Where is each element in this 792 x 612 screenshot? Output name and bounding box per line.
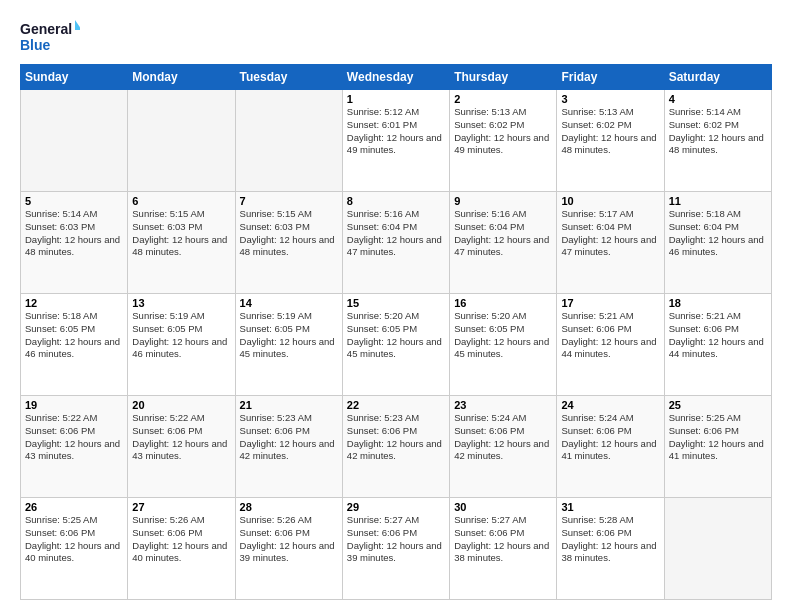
- day-number: 13: [132, 297, 230, 309]
- day-number: 6: [132, 195, 230, 207]
- day-info: Sunrise: 5:26 AMSunset: 6:06 PMDaylight:…: [132, 514, 230, 565]
- day-info: Sunrise: 5:27 AMSunset: 6:06 PMDaylight:…: [347, 514, 445, 565]
- calendar-cell: 23Sunrise: 5:24 AMSunset: 6:06 PMDayligh…: [450, 396, 557, 498]
- calendar-cell: 31Sunrise: 5:28 AMSunset: 6:06 PMDayligh…: [557, 498, 664, 600]
- calendar-cell: 8Sunrise: 5:16 AMSunset: 6:04 PMDaylight…: [342, 192, 449, 294]
- day-number: 4: [669, 93, 767, 105]
- day-number: 17: [561, 297, 659, 309]
- day-number: 26: [25, 501, 123, 513]
- calendar-cell: 18Sunrise: 5:21 AMSunset: 6:06 PMDayligh…: [664, 294, 771, 396]
- svg-text:Blue: Blue: [20, 37, 51, 53]
- logo: General Blue: [20, 18, 80, 54]
- calendar-cell: [235, 90, 342, 192]
- day-number: 25: [669, 399, 767, 411]
- day-info: Sunrise: 5:16 AMSunset: 6:04 PMDaylight:…: [454, 208, 552, 259]
- day-number: 10: [561, 195, 659, 207]
- day-info: Sunrise: 5:16 AMSunset: 6:04 PMDaylight:…: [347, 208, 445, 259]
- day-info: Sunrise: 5:14 AMSunset: 6:02 PMDaylight:…: [669, 106, 767, 157]
- day-info: Sunrise: 5:18 AMSunset: 6:05 PMDaylight:…: [25, 310, 123, 361]
- calendar-cell: 7Sunrise: 5:15 AMSunset: 6:03 PMDaylight…: [235, 192, 342, 294]
- calendar-cell: 9Sunrise: 5:16 AMSunset: 6:04 PMDaylight…: [450, 192, 557, 294]
- day-info: Sunrise: 5:15 AMSunset: 6:03 PMDaylight:…: [240, 208, 338, 259]
- day-number: 27: [132, 501, 230, 513]
- calendar-header-wednesday: Wednesday: [342, 65, 449, 90]
- calendar-cell: 26Sunrise: 5:25 AMSunset: 6:06 PMDayligh…: [21, 498, 128, 600]
- day-number: 22: [347, 399, 445, 411]
- day-info: Sunrise: 5:21 AMSunset: 6:06 PMDaylight:…: [669, 310, 767, 361]
- day-info: Sunrise: 5:28 AMSunset: 6:06 PMDaylight:…: [561, 514, 659, 565]
- calendar-cell: 29Sunrise: 5:27 AMSunset: 6:06 PMDayligh…: [342, 498, 449, 600]
- calendar-cell: 5Sunrise: 5:14 AMSunset: 6:03 PMDaylight…: [21, 192, 128, 294]
- day-info: Sunrise: 5:20 AMSunset: 6:05 PMDaylight:…: [454, 310, 552, 361]
- calendar-cell: 25Sunrise: 5:25 AMSunset: 6:06 PMDayligh…: [664, 396, 771, 498]
- calendar-header-saturday: Saturday: [664, 65, 771, 90]
- calendar-cell: 15Sunrise: 5:20 AMSunset: 6:05 PMDayligh…: [342, 294, 449, 396]
- day-info: Sunrise: 5:23 AMSunset: 6:06 PMDaylight:…: [240, 412, 338, 463]
- calendar-week-row: 1Sunrise: 5:12 AMSunset: 6:01 PMDaylight…: [21, 90, 772, 192]
- day-info: Sunrise: 5:14 AMSunset: 6:03 PMDaylight:…: [25, 208, 123, 259]
- day-info: Sunrise: 5:21 AMSunset: 6:06 PMDaylight:…: [561, 310, 659, 361]
- day-number: 19: [25, 399, 123, 411]
- calendar-cell: 22Sunrise: 5:23 AMSunset: 6:06 PMDayligh…: [342, 396, 449, 498]
- day-number: 12: [25, 297, 123, 309]
- day-info: Sunrise: 5:25 AMSunset: 6:06 PMDaylight:…: [25, 514, 123, 565]
- day-info: Sunrise: 5:18 AMSunset: 6:04 PMDaylight:…: [669, 208, 767, 259]
- day-info: Sunrise: 5:20 AMSunset: 6:05 PMDaylight:…: [347, 310, 445, 361]
- day-info: Sunrise: 5:24 AMSunset: 6:06 PMDaylight:…: [454, 412, 552, 463]
- calendar-header-monday: Monday: [128, 65, 235, 90]
- day-number: 29: [347, 501, 445, 513]
- day-number: 7: [240, 195, 338, 207]
- day-info: Sunrise: 5:22 AMSunset: 6:06 PMDaylight:…: [25, 412, 123, 463]
- calendar-cell: 4Sunrise: 5:14 AMSunset: 6:02 PMDaylight…: [664, 90, 771, 192]
- calendar-cell: 20Sunrise: 5:22 AMSunset: 6:06 PMDayligh…: [128, 396, 235, 498]
- calendar-header-friday: Friday: [557, 65, 664, 90]
- calendar-cell: 27Sunrise: 5:26 AMSunset: 6:06 PMDayligh…: [128, 498, 235, 600]
- day-info: Sunrise: 5:24 AMSunset: 6:06 PMDaylight:…: [561, 412, 659, 463]
- day-number: 3: [561, 93, 659, 105]
- day-info: Sunrise: 5:13 AMSunset: 6:02 PMDaylight:…: [454, 106, 552, 157]
- calendar-cell: 19Sunrise: 5:22 AMSunset: 6:06 PMDayligh…: [21, 396, 128, 498]
- header: General Blue: [20, 18, 772, 54]
- calendar-cell: 24Sunrise: 5:24 AMSunset: 6:06 PMDayligh…: [557, 396, 664, 498]
- day-info: Sunrise: 5:12 AMSunset: 6:01 PMDaylight:…: [347, 106, 445, 157]
- calendar-cell: [21, 90, 128, 192]
- calendar-header-sunday: Sunday: [21, 65, 128, 90]
- day-info: Sunrise: 5:26 AMSunset: 6:06 PMDaylight:…: [240, 514, 338, 565]
- calendar-cell: 28Sunrise: 5:26 AMSunset: 6:06 PMDayligh…: [235, 498, 342, 600]
- day-number: 1: [347, 93, 445, 105]
- day-info: Sunrise: 5:13 AMSunset: 6:02 PMDaylight:…: [561, 106, 659, 157]
- day-info: Sunrise: 5:23 AMSunset: 6:06 PMDaylight:…: [347, 412, 445, 463]
- calendar-cell: 16Sunrise: 5:20 AMSunset: 6:05 PMDayligh…: [450, 294, 557, 396]
- calendar-cell: 17Sunrise: 5:21 AMSunset: 6:06 PMDayligh…: [557, 294, 664, 396]
- day-number: 5: [25, 195, 123, 207]
- day-info: Sunrise: 5:22 AMSunset: 6:06 PMDaylight:…: [132, 412, 230, 463]
- day-info: Sunrise: 5:15 AMSunset: 6:03 PMDaylight:…: [132, 208, 230, 259]
- day-info: Sunrise: 5:17 AMSunset: 6:04 PMDaylight:…: [561, 208, 659, 259]
- day-number: 20: [132, 399, 230, 411]
- calendar-cell: 6Sunrise: 5:15 AMSunset: 6:03 PMDaylight…: [128, 192, 235, 294]
- day-number: 21: [240, 399, 338, 411]
- calendar-cell: 10Sunrise: 5:17 AMSunset: 6:04 PMDayligh…: [557, 192, 664, 294]
- day-number: 28: [240, 501, 338, 513]
- calendar-header-row: SundayMondayTuesdayWednesdayThursdayFrid…: [21, 65, 772, 90]
- calendar-week-row: 26Sunrise: 5:25 AMSunset: 6:06 PMDayligh…: [21, 498, 772, 600]
- day-number: 8: [347, 195, 445, 207]
- calendar-cell: [128, 90, 235, 192]
- day-number: 9: [454, 195, 552, 207]
- svg-text:General: General: [20, 21, 72, 37]
- calendar-header-thursday: Thursday: [450, 65, 557, 90]
- calendar-cell: 21Sunrise: 5:23 AMSunset: 6:06 PMDayligh…: [235, 396, 342, 498]
- day-number: 23: [454, 399, 552, 411]
- day-number: 2: [454, 93, 552, 105]
- calendar-cell: 12Sunrise: 5:18 AMSunset: 6:05 PMDayligh…: [21, 294, 128, 396]
- calendar-cell: 30Sunrise: 5:27 AMSunset: 6:06 PMDayligh…: [450, 498, 557, 600]
- day-number: 14: [240, 297, 338, 309]
- calendar-header-tuesday: Tuesday: [235, 65, 342, 90]
- calendar-week-row: 5Sunrise: 5:14 AMSunset: 6:03 PMDaylight…: [21, 192, 772, 294]
- calendar-cell: 2Sunrise: 5:13 AMSunset: 6:02 PMDaylight…: [450, 90, 557, 192]
- calendar-cell: 1Sunrise: 5:12 AMSunset: 6:01 PMDaylight…: [342, 90, 449, 192]
- day-number: 31: [561, 501, 659, 513]
- day-number: 24: [561, 399, 659, 411]
- day-info: Sunrise: 5:19 AMSunset: 6:05 PMDaylight:…: [132, 310, 230, 361]
- calendar-week-row: 19Sunrise: 5:22 AMSunset: 6:06 PMDayligh…: [21, 396, 772, 498]
